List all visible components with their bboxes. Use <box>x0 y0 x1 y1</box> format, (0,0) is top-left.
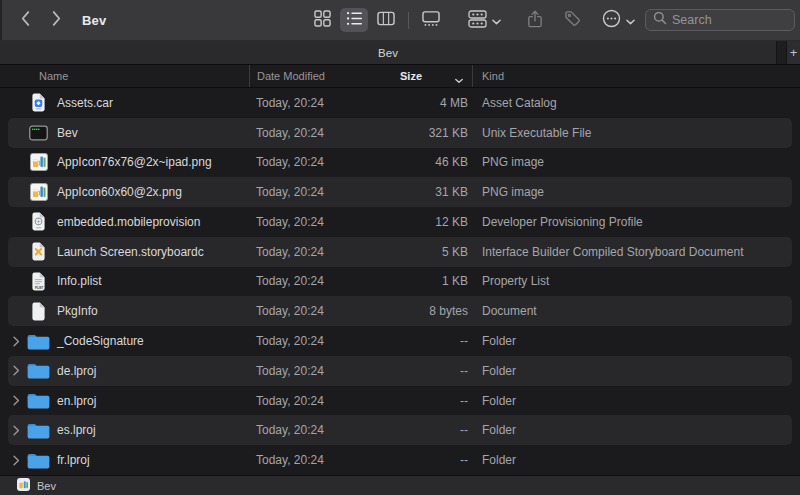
kind-cell: Property List <box>472 267 800 297</box>
search-field[interactable] <box>645 9 795 31</box>
table-row[interactable]: AppIcon76x76@2x~ipad.png Today, 20:24 46… <box>0 148 800 178</box>
table-row[interactable]: en.lproj Today, 20:24 -- Folder <box>0 386 800 416</box>
disclosure-chevron-icon[interactable] <box>13 455 27 466</box>
window-title: Bev <box>82 13 106 28</box>
column-header-name[interactable]: Name <box>0 65 249 87</box>
column-header-kind[interactable]: Kind <box>472 65 800 87</box>
status-bar: Bev <box>0 475 800 495</box>
file-name: fr.lproj <box>57 453 90 467</box>
list-view-icon <box>346 10 363 30</box>
finder-window: Bev <box>0 0 800 495</box>
kind-cell: Folder <box>472 386 800 416</box>
name-cell: fr.lproj <box>0 445 249 475</box>
file-name: embedded.mobileprovision <box>57 215 200 229</box>
file-name: _CodeSignature <box>57 334 144 348</box>
name-cell: en.lproj <box>0 386 249 416</box>
name-cell: de.lproj <box>0 356 249 386</box>
group-by-button[interactable] <box>464 8 505 33</box>
table-row[interactable]: embedded.mobileprovision Today, 20:24 12… <box>0 207 800 237</box>
size-cell: 8 bytes <box>391 296 472 326</box>
table-row[interactable]: AppIcon60x60@2x.png Today, 20:24 31 KB P… <box>0 177 800 207</box>
provisioning-profile-icon <box>27 211 50 233</box>
name-cell: Launch Screen.storyboardc <box>0 237 249 267</box>
kind-cell: Unix Executable File <box>472 118 800 148</box>
column-view-button[interactable] <box>372 8 400 32</box>
gallery-view-icon <box>422 10 440 30</box>
plist-icon: PLIST <box>27 270 50 292</box>
png-image-icon <box>27 181 50 203</box>
grid-view-icon <box>314 10 331 30</box>
table-row[interactable]: PLIST Info.plist Today, 20:24 1 KB Prope… <box>0 267 800 297</box>
tag-button[interactable] <box>560 8 585 32</box>
table-row[interactable]: fr.lproj Today, 20:24 -- Folder <box>0 445 800 475</box>
name-cell: PLIST Info.plist <box>0 267 249 297</box>
tab-bar-gap <box>777 41 786 64</box>
date-modified-cell: Today, 20:24 <box>249 386 391 416</box>
file-list: Assets.car Today, 20:24 4 MB Asset Catal… <box>0 88 800 475</box>
date-modified-cell: Today, 20:24 <box>249 237 391 267</box>
disclosure-chevron-icon[interactable] <box>13 365 27 376</box>
size-cell: -- <box>391 326 472 356</box>
file-name: Bev <box>57 126 78 140</box>
disclosure-chevron-icon[interactable] <box>13 336 27 347</box>
kind-cell: Interface Builder Compiled Storyboard Do… <box>472 237 800 267</box>
forward-button[interactable] <box>45 7 68 33</box>
date-modified-cell: Today, 20:24 <box>249 356 391 386</box>
disclosure-chevron-icon[interactable] <box>13 395 27 406</box>
new-tab-button[interactable]: + <box>786 41 800 64</box>
file-name: PkgInfo <box>57 304 98 318</box>
size-cell: -- <box>391 415 472 445</box>
date-modified-cell: Today, 20:24 <box>249 177 391 207</box>
name-cell: Bev <box>0 118 249 148</box>
file-name: es.lproj <box>57 423 96 437</box>
unix-executable-icon <box>27 122 50 144</box>
status-path-item[interactable]: Bev <box>37 480 56 492</box>
table-row[interactable]: _CodeSignature Today, 20:24 -- Folder <box>0 326 800 356</box>
folder-icon <box>27 360 50 382</box>
table-row[interactable]: Bev Today, 20:24 321 KB Unix Executable … <box>0 118 800 148</box>
asset-catalog-icon <box>27 92 50 114</box>
tab-bev[interactable]: Bev <box>0 41 777 64</box>
disclosure-chevron-icon[interactable] <box>13 425 27 436</box>
toolbar: Bev <box>0 0 800 40</box>
search-input[interactable] <box>672 13 787 27</box>
gallery-view-button[interactable] <box>417 8 445 32</box>
column-header-size-label: Size <box>400 70 422 82</box>
column-header-row: Name Date Modified Size Kind <box>0 64 800 88</box>
size-cell: 1 KB <box>391 267 472 297</box>
group-by-icon <box>468 10 487 31</box>
table-row[interactable]: de.lproj Today, 20:24 -- Folder <box>0 356 800 386</box>
size-cell: 4 MB <box>391 88 472 118</box>
name-cell: AppIcon60x60@2x.png <box>0 177 249 207</box>
list-view-button[interactable] <box>340 8 368 32</box>
folder-icon <box>27 449 50 471</box>
chevron-down-icon <box>626 13 635 28</box>
icon-view-button[interactable] <box>308 8 336 32</box>
kind-cell: Folder <box>472 356 800 386</box>
table-row[interactable]: Launch Screen.storyboardc Today, 20:24 5… <box>0 237 800 267</box>
folder-icon <box>27 330 50 352</box>
view-switcher <box>308 0 445 40</box>
sort-descending-icon <box>455 74 463 86</box>
share-button[interactable] <box>523 8 547 33</box>
tab-label: Bev <box>378 47 398 59</box>
size-cell: -- <box>391 386 472 416</box>
name-cell: PkgInfo <box>0 296 249 326</box>
column-header-size[interactable]: Size <box>391 65 472 87</box>
file-name: Assets.car <box>57 96 113 110</box>
kind-cell: Asset Catalog <box>472 88 800 118</box>
chevron-right-icon <box>51 9 62 31</box>
kind-cell: Document <box>472 296 800 326</box>
location-app-icon <box>17 477 30 495</box>
size-cell: 46 KB <box>391 148 472 178</box>
column-header-date-modified[interactable]: Date Modified <box>249 65 391 87</box>
back-button[interactable] <box>14 7 37 33</box>
table-row[interactable]: PkgInfo Today, 20:24 8 bytes Document <box>0 296 800 326</box>
kind-cell: PNG image <box>472 177 800 207</box>
more-actions-button[interactable] <box>598 7 639 33</box>
table-row[interactable]: es.lproj Today, 20:24 -- Folder <box>0 415 800 445</box>
table-row[interactable]: Assets.car Today, 20:24 4 MB Asset Catal… <box>0 88 800 118</box>
size-cell: -- <box>391 356 472 386</box>
name-cell: Assets.car <box>0 88 249 118</box>
file-name: Launch Screen.storyboardc <box>57 245 204 259</box>
